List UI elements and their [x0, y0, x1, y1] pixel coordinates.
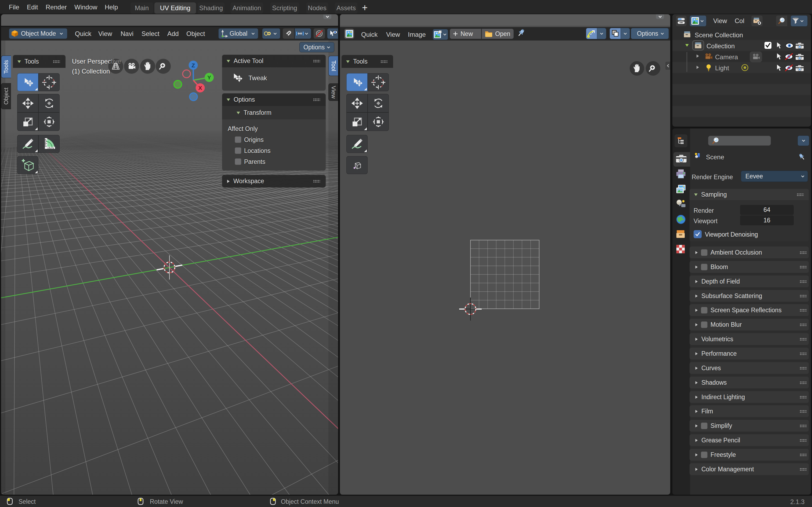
svg-text:Y: Y — [207, 74, 211, 80]
svg-text:Z: Z — [192, 62, 195, 68]
svg-text:X: X — [198, 85, 202, 91]
